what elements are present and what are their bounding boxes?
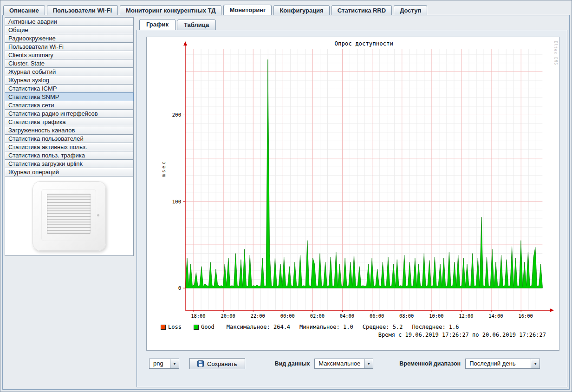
stat-avg: Среднее: 5.2 [363,324,403,330]
time-range-label: Временной диапазон [399,360,461,367]
sidebar-item-statistika-aktivnyh-polz[interactable]: Статистика активных польз. [5,143,134,151]
view-tabbar: График Таблица [136,17,567,30]
graph-pane: 010020018:0020:0022:0000:0002:0004:0006:… [136,30,567,387]
svg-text:22:00: 22:00 [251,313,265,319]
sidebar-item-zhurnal-syslog[interactable]: Журнал syslog [5,76,134,85]
sidebar-item-statistika-radio-interfejsov[interactable]: Статистика радио интерфейсов [5,109,134,118]
sidebar-item-statistika-zagruzki-uplink[interactable]: Статистика загрузки uplink [5,159,134,168]
chevron-down-icon[interactable]: ▼ [531,359,540,368]
stat-max: Максимальное: 264.4 [227,324,290,330]
svg-text:msec: msec [161,160,166,177]
format-select[interactable]: png ▼ [149,359,179,369]
svg-text:20:00: 20:00 [221,313,235,319]
sidebar-item-statistika-icmp[interactable]: Статистика ICMP [5,84,134,93]
tab-tablica[interactable]: Таблица [177,20,216,30]
monitoring-pane: Активные аварии Общие Радиоокружение Пол… [2,15,570,390]
sidebar-item-statistika-polz-trafika[interactable]: Статистика польз. трафика [5,151,134,160]
tab-opisanie[interactable]: Описание [3,5,45,15]
tab-konfiguraciya[interactable]: Конфигурация [273,5,329,15]
top-tabbar: Описание Пользователи Wi-Fi Мониторинг к… [0,0,572,15]
device-led [97,214,99,216]
availability-chart: 010020018:0020:0022:0000:0002:0004:0006:… [149,39,557,322]
sidebar-item-aktivnye-avarii[interactable]: Активные аварии [5,17,134,26]
svg-text:16:00: 16:00 [518,313,533,319]
app-window: Описание Пользователи Wi-Fi Мониторинг к… [0,0,572,392]
sidebar-item-clients-summary[interactable]: Clients summary [5,51,134,59]
sidebar-item-radiookruzhenie[interactable]: Радиоокружение [5,34,134,43]
svg-text:Опрос доступности: Опрос доступности [335,40,393,47]
save-icon [197,360,204,367]
view-mode-label: Вид данных [275,360,310,367]
chevron-down-icon[interactable]: ▼ [170,359,179,368]
stat-last: Последнее: 1.6 [412,324,459,330]
svg-text:100: 100 [172,199,182,205]
sidebar-item-statistika-trafika[interactable]: Статистика трафика [5,118,134,126]
view-mode-select-value: Максимальное [315,359,364,368]
stat-min: Минимальное: 1.0 [299,324,353,330]
svg-text:18:00: 18:00 [191,313,205,319]
sidebar-item-obschie[interactable]: Общие [5,26,134,34]
device-grille [47,194,91,234]
chart-card: 010020018:0020:0022:0000:0002:0004:0006:… [146,37,559,351]
format-select-value: png [150,359,170,368]
sidebar-item-statistika-polzovatelej[interactable]: Статистика пользователей [5,134,134,143]
svg-text:08:00: 08:00 [399,313,414,319]
svg-text:12:00: 12:00 [459,313,473,319]
tab-monitoring-konkurentnyh-td[interactable]: Мониторинг конкурентных ТД [120,5,221,15]
legend-swatch-good [194,325,199,330]
save-button[interactable]: Сохранить [189,358,245,369]
sidebar-item-polzovateli-wifi[interactable]: Пользователи Wi-Fi [5,42,134,51]
svg-text:00:00: 00:00 [280,313,295,319]
view-mode-select[interactable]: Максимальное ▼ [314,359,373,369]
sidebar-item-cluster-state[interactable]: Cluster. State [5,59,134,68]
tab-polzovateli-wifi[interactable]: Пользователи Wi-Fi [47,5,118,15]
tab-grafik[interactable]: График [139,19,176,30]
save-button-label: Сохранить [207,360,237,367]
legend-swatch-loss [161,325,166,330]
device-panel [5,176,134,256]
svg-text:200: 200 [172,112,182,118]
device-image [32,181,106,251]
tab-statistika-rrd[interactable]: Статистика RRD [332,5,392,15]
sidebar-item-statistika-seti[interactable]: Статистика сети [5,101,134,110]
sidebar: Активные аварии Общие Радиоокружение Пол… [5,17,134,387]
chart-time-range: Время с 19.06.2019 17:26:27 по 20.06.201… [149,332,557,340]
legend-label-loss: Loss [168,324,182,330]
time-range-select[interactable]: Последний день ▼ [465,359,540,369]
legend-label-good: Good [201,324,214,330]
sidebar-item-statistika-snmp[interactable]: Статистика SNMP [5,92,134,101]
chevron-down-icon[interactable]: ▼ [364,359,373,368]
tab-dostup[interactable]: Доступ [394,5,427,15]
sidebar-item-zhurnal-operacij[interactable]: Журнал операций [5,168,134,176]
chart-legend: Loss Good Максимальное: 264.4 Минимально… [149,322,557,332]
svg-text:04:00: 04:00 [340,313,354,319]
time-range-select-value: Последний день [466,359,531,368]
sidebar-item-zhurnal-sobytij[interactable]: Журнал событий [5,67,134,76]
tab-monitoring[interactable]: Мониторинг [223,5,272,16]
sidebar-item-zagruzhennost-kanalov[interactable]: Загруженность каналов [5,126,134,135]
main-column: График Таблица 010020018:0020:0022:0000:… [136,17,567,387]
svg-text:02:00: 02:00 [310,313,325,319]
svg-text:14:00: 14:00 [488,313,503,319]
chart-watermark: Eltex EMS [553,41,558,65]
svg-text:10:00: 10:00 [429,313,443,319]
controls-bar: png ▼ Сохранить Вид данных [146,358,559,369]
svg-text:06:00: 06:00 [370,313,384,319]
svg-text:0: 0 [178,285,182,291]
